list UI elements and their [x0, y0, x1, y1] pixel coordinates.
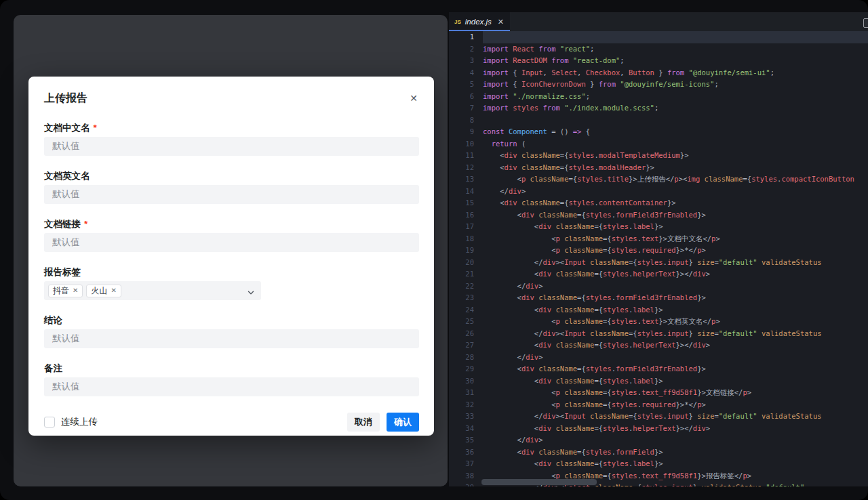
required-asterisk: * [84, 219, 87, 229]
code-text: <div className={styles.formField3frEnabl… [483, 209, 868, 222]
placeholder-text: 默认值 [52, 381, 80, 393]
code-line-6: 6import "./normalize.css"; [449, 91, 868, 103]
field-label-text: 报告标签 [44, 267, 81, 277]
tab-index-js[interactable]: JS index.js ✕ [449, 12, 510, 31]
code-text: import ReactDOM from "react-dom"; [483, 55, 868, 67]
code-line-14: 14 </div> [449, 186, 868, 198]
line-number: 34 [449, 423, 483, 435]
checkbox-label: 连续上传 [61, 416, 98, 428]
line-number: 7 [449, 102, 483, 114]
doc-link-input[interactable]: 默认值 [44, 233, 419, 252]
confirm-button[interactable]: 确认 [387, 413, 419, 432]
field-label: 结论 [44, 315, 419, 325]
code-text: import React from "react"; [483, 43, 868, 56]
code-text: <div className={styles.modalHeader}> [483, 162, 868, 174]
line-number: 3 [449, 55, 483, 67]
modal-header: 上传报告 ✕ [44, 91, 419, 105]
line-number: 39 [449, 482, 483, 486]
line-number: 9 [449, 126, 483, 138]
line-number: 6 [449, 91, 483, 103]
line-number: 17 [449, 221, 483, 233]
code-editor: JS index.js ✕ 12import React from "react… [449, 12, 868, 486]
close-icon[interactable]: ✕ [408, 91, 419, 105]
code-line-21: 21 <div className={styles.helperText}></… [449, 268, 868, 280]
line-number: 10 [449, 138, 483, 150]
code-text: <p className={styles.text_ff9d58f1}>文档链接… [483, 387, 868, 399]
line-number: 13 [449, 173, 483, 186]
horizontal-scrollbar[interactable] [481, 479, 597, 485]
field-label-text: 备注 [44, 363, 62, 373]
chevron-down-icon [247, 287, 255, 299]
code-line-24: 24 <div className={styles.label}> [449, 304, 868, 316]
required-asterisk: * [94, 123, 97, 133]
field-label: 文档英文名 [44, 171, 419, 181]
tag-close-icon[interactable]: ✕ [111, 287, 116, 294]
field-doc-link: 文档链接*默认值 [44, 219, 419, 252]
line-number: 29 [449, 363, 483, 375]
code-line-12: 12 <div className={styles.modalHeader}> [449, 162, 868, 174]
code-text: <p className={styles.text}>文档中文名</p> [483, 233, 868, 245]
code-line-1: 1 [449, 31, 868, 43]
tab-close-icon[interactable]: ✕ [498, 18, 504, 26]
code-line-26: 26 </div><Input className={styles.input}… [449, 328, 868, 340]
code-text: const Component = () => { [483, 126, 868, 138]
code-text: <p className={styles.title}>上传报告</p><img… [483, 173, 868, 186]
code-area[interactable]: 12import React from "react";3import Reac… [449, 31, 868, 486]
code-text: return ( [483, 138, 868, 150]
line-number: 37 [449, 458, 483, 470]
code-text: import { Input, Select, Checkbox, Button… [483, 67, 868, 79]
code-line-27: 27 <div className={styles.helperText}></… [449, 339, 868, 352]
code-text: </div> [483, 280, 868, 293]
code-text: <p className={styles.text}>文档英文名</p> [483, 316, 868, 328]
field-label-text: 文档中文名 [44, 123, 90, 133]
split-editor-icon[interactable] [863, 18, 868, 28]
line-number: 5 [449, 79, 483, 91]
code-text: </div><Input className={styles.input} si… [483, 328, 868, 340]
code-line-30: 30 <div className={styles.label}> [449, 375, 868, 388]
line-number: 12 [449, 162, 483, 174]
code-line-32: 32 <p className={styles.required}>*</p> [449, 399, 868, 411]
field-report-tags: 报告标签抖音✕火山✕ [44, 267, 419, 300]
doc-cn-name-input[interactable]: 默认值 [44, 137, 419, 156]
code-line-37: 37 <div className={styles.label}> [449, 458, 868, 470]
cancel-button[interactable]: 取消 [347, 413, 380, 432]
line-number: 2 [449, 43, 483, 56]
line-number: 20 [449, 257, 483, 269]
remark-input[interactable]: 默认值 [44, 377, 419, 396]
doc-en-name-input[interactable]: 默认值 [44, 185, 419, 204]
code-text: <div className={styles.formField3frEnabl… [483, 292, 868, 304]
code-text: <div className={styles.formField}> [483, 446, 868, 459]
report-tags-select[interactable]: 抖音✕火山✕ [44, 281, 261, 300]
placeholder-text: 默认值 [52, 236, 80, 249]
code-text: import styles from "./index.module.scss"… [483, 102, 868, 114]
continuous-upload-option: 连续上传 [44, 416, 98, 428]
line-number: 4 [449, 67, 483, 79]
code-line-17: 17 <div className={styles.label}> [449, 221, 868, 233]
code-text: </div> [483, 186, 868, 198]
code-line-19: 19 <p className={styles.required}>*</p> [449, 245, 868, 257]
code-line-5: 5import { IconChevronDown } from "@douyi… [449, 79, 868, 91]
line-number: 15 [449, 197, 483, 209]
continuous-upload-checkbox[interactable] [44, 417, 55, 428]
line-number: 26 [449, 328, 483, 340]
line-number: 25 [449, 316, 483, 328]
code-text: import { IconChevronDown } from "@douyin… [483, 79, 868, 91]
line-number: 23 [449, 292, 483, 304]
line-number: 27 [449, 339, 483, 352]
line-number: 11 [449, 150, 483, 162]
tag-close-icon[interactable]: ✕ [73, 287, 78, 294]
code-line-25: 25 <p className={styles.text}>文档英文名</p> [449, 316, 868, 328]
field-conclusion: 结论默认值 [44, 315, 419, 348]
line-number: 28 [449, 352, 483, 364]
line-number: 22 [449, 280, 483, 293]
code-line-7: 7import styles from "./index.module.scss… [449, 102, 868, 114]
placeholder-text: 默认值 [52, 188, 80, 201]
modal-title: 上传报告 [44, 91, 87, 105]
code-text: </div> [483, 352, 868, 364]
code-text: <div className={styles.label}> [483, 375, 868, 388]
code-line-16: 16 <div className={styles.formField3frEn… [449, 209, 868, 222]
modal-footer: 连续上传 取消 确认 [44, 413, 419, 432]
line-number: 24 [449, 304, 483, 316]
conclusion-input[interactable]: 默认值 [44, 329, 419, 348]
code-text: </div> [483, 434, 868, 446]
